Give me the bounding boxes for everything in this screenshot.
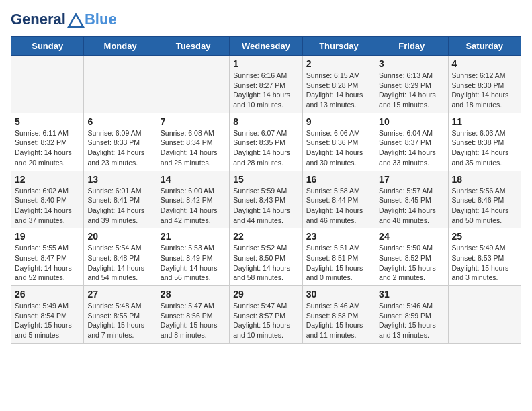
logo-text: General (11, 11, 86, 28)
calendar-cell: 19Sunrise: 5:55 AM Sunset: 8:47 PM Dayli… (11, 228, 84, 286)
day-number: 29 (233, 289, 298, 300)
weekday-tuesday: Tuesday (157, 37, 229, 56)
calendar-cell: 23Sunrise: 5:51 AM Sunset: 8:51 PM Dayli… (302, 228, 375, 286)
calendar-cell: 9Sunrise: 6:06 AM Sunset: 8:36 PM Daylig… (302, 113, 375, 171)
week-row-4: 19Sunrise: 5:55 AM Sunset: 8:47 PM Dayli… (11, 228, 521, 286)
day-info: Sunrise: 5:47 AM Sunset: 8:56 PM Dayligh… (161, 301, 226, 340)
week-row-2: 5Sunrise: 6:11 AM Sunset: 8:32 PM Daylig… (11, 113, 521, 171)
day-number: 2 (306, 58, 371, 69)
page-header: General Blue (11, 11, 521, 28)
day-number: 22 (233, 231, 298, 242)
day-info: Sunrise: 6:06 AM Sunset: 8:36 PM Dayligh… (306, 128, 371, 168)
calendar-cell: 25Sunrise: 5:49 AM Sunset: 8:53 PM Dayli… (448, 228, 521, 286)
calendar-cell: 30Sunrise: 5:46 AM Sunset: 8:58 PM Dayli… (302, 286, 375, 344)
calendar-cell: 7Sunrise: 6:08 AM Sunset: 8:34 PM Daylig… (157, 113, 229, 171)
day-info: Sunrise: 5:52 AM Sunset: 8:50 PM Dayligh… (233, 243, 298, 283)
day-number: 9 (306, 116, 371, 127)
calendar-cell: 1Sunrise: 6:16 AM Sunset: 8:27 PM Daylig… (230, 56, 302, 113)
calendar-cell: 8Sunrise: 6:07 AM Sunset: 8:35 PM Daylig… (230, 113, 302, 171)
day-info: Sunrise: 6:12 AM Sunset: 8:30 PM Dayligh… (452, 71, 517, 110)
day-info: Sunrise: 6:16 AM Sunset: 8:27 PM Dayligh… (233, 71, 298, 110)
day-info: Sunrise: 6:02 AM Sunset: 8:40 PM Dayligh… (15, 186, 80, 226)
calendar-cell: 24Sunrise: 5:50 AM Sunset: 8:52 PM Dayli… (375, 228, 448, 286)
calendar-cell: 16Sunrise: 5:58 AM Sunset: 8:44 PM Dayli… (302, 171, 375, 228)
day-number: 30 (306, 289, 371, 300)
calendar-cell: 20Sunrise: 5:54 AM Sunset: 8:48 PM Dayli… (84, 228, 157, 286)
calendar-table: SundayMondayTuesdayWednesdayThursdayFrid… (11, 36, 521, 344)
logo: General Blue (11, 11, 117, 28)
day-number: 24 (379, 231, 444, 242)
day-number: 19 (15, 231, 80, 242)
day-info: Sunrise: 6:08 AM Sunset: 8:34 PM Dayligh… (161, 128, 226, 168)
calendar-cell: 28Sunrise: 5:47 AM Sunset: 8:56 PM Dayli… (157, 286, 229, 344)
weekday-row: SundayMondayTuesdayWednesdayThursdayFrid… (11, 37, 521, 56)
calendar-cell: 26Sunrise: 5:49 AM Sunset: 8:54 PM Dayli… (11, 286, 84, 344)
day-number: 31 (379, 289, 444, 300)
day-number: 8 (233, 116, 298, 127)
day-number: 7 (161, 116, 226, 127)
day-number: 4 (452, 58, 517, 69)
calendar-header: SundayMondayTuesdayWednesdayThursdayFrid… (11, 37, 521, 56)
day-number: 21 (161, 231, 226, 242)
calendar-cell (157, 56, 229, 113)
calendar-cell: 22Sunrise: 5:52 AM Sunset: 8:50 PM Dayli… (230, 228, 302, 286)
day-info: Sunrise: 5:46 AM Sunset: 8:59 PM Dayligh… (379, 301, 444, 340)
day-number: 11 (452, 116, 517, 127)
calendar-cell: 6Sunrise: 6:09 AM Sunset: 8:33 PM Daylig… (84, 113, 157, 171)
calendar-cell: 13Sunrise: 6:01 AM Sunset: 8:41 PM Dayli… (84, 171, 157, 228)
week-row-1: 1Sunrise: 6:16 AM Sunset: 8:27 PM Daylig… (11, 56, 521, 113)
day-number: 27 (87, 289, 152, 300)
day-info: Sunrise: 5:47 AM Sunset: 8:57 PM Dayligh… (233, 301, 298, 340)
day-number: 5 (15, 116, 80, 127)
calendar-cell (11, 56, 84, 113)
weekday-saturday: Saturday (448, 37, 521, 56)
day-info: Sunrise: 5:57 AM Sunset: 8:45 PM Dayligh… (379, 186, 444, 226)
day-number: 10 (379, 116, 444, 127)
day-number: 28 (161, 289, 226, 300)
calendar-cell: 21Sunrise: 5:53 AM Sunset: 8:49 PM Dayli… (157, 228, 229, 286)
day-info: Sunrise: 6:09 AM Sunset: 8:33 PM Dayligh… (87, 128, 152, 168)
day-info: Sunrise: 5:53 AM Sunset: 8:49 PM Dayligh… (161, 243, 226, 283)
day-info: Sunrise: 5:59 AM Sunset: 8:43 PM Dayligh… (233, 186, 298, 226)
day-number: 23 (306, 231, 371, 242)
day-info: Sunrise: 5:54 AM Sunset: 8:48 PM Dayligh… (87, 243, 152, 283)
day-info: Sunrise: 5:48 AM Sunset: 8:55 PM Dayligh… (87, 301, 152, 340)
calendar-cell: 4Sunrise: 6:12 AM Sunset: 8:30 PM Daylig… (448, 56, 521, 113)
calendar-cell: 3Sunrise: 6:13 AM Sunset: 8:29 PM Daylig… (375, 56, 448, 113)
weekday-sunday: Sunday (11, 37, 84, 56)
day-info: Sunrise: 6:11 AM Sunset: 8:32 PM Dayligh… (15, 128, 80, 168)
day-info: Sunrise: 6:00 AM Sunset: 8:42 PM Dayligh… (161, 186, 226, 226)
day-info: Sunrise: 5:51 AM Sunset: 8:51 PM Dayligh… (306, 243, 371, 283)
day-info: Sunrise: 5:56 AM Sunset: 8:46 PM Dayligh… (452, 186, 517, 226)
day-info: Sunrise: 5:49 AM Sunset: 8:54 PM Dayligh… (15, 301, 80, 340)
day-info: Sunrise: 5:49 AM Sunset: 8:53 PM Dayligh… (452, 243, 517, 283)
day-number: 13 (87, 174, 152, 185)
day-number: 15 (233, 174, 298, 185)
day-number: 26 (15, 289, 80, 300)
day-number: 6 (87, 116, 152, 127)
day-number: 16 (306, 174, 371, 185)
weekday-thursday: Thursday (302, 37, 375, 56)
week-row-5: 26Sunrise: 5:49 AM Sunset: 8:54 PM Dayli… (11, 286, 521, 344)
day-number: 25 (452, 231, 517, 242)
day-info: Sunrise: 6:03 AM Sunset: 8:38 PM Dayligh… (452, 128, 517, 168)
day-number: 20 (87, 231, 152, 242)
day-number: 1 (233, 58, 298, 69)
day-info: Sunrise: 6:15 AM Sunset: 8:28 PM Dayligh… (306, 71, 371, 110)
day-number: 3 (379, 58, 444, 69)
calendar-cell: 15Sunrise: 5:59 AM Sunset: 8:43 PM Dayli… (230, 171, 302, 228)
calendar-cell (448, 286, 521, 344)
calendar-cell: 10Sunrise: 6:04 AM Sunset: 8:37 PM Dayli… (375, 113, 448, 171)
weekday-wednesday: Wednesday (230, 37, 302, 56)
day-number: 12 (15, 174, 80, 185)
day-info: Sunrise: 6:07 AM Sunset: 8:35 PM Dayligh… (233, 128, 298, 168)
calendar-cell: 12Sunrise: 6:02 AM Sunset: 8:40 PM Dayli… (11, 171, 84, 228)
calendar-cell: 11Sunrise: 6:03 AM Sunset: 8:38 PM Dayli… (448, 113, 521, 171)
calendar-cell: 31Sunrise: 5:46 AM Sunset: 8:59 PM Dayli… (375, 286, 448, 344)
day-info: Sunrise: 6:04 AM Sunset: 8:37 PM Dayligh… (379, 128, 444, 168)
calendar-cell: 17Sunrise: 5:57 AM Sunset: 8:45 PM Dayli… (375, 171, 448, 228)
day-info: Sunrise: 5:55 AM Sunset: 8:47 PM Dayligh… (15, 243, 80, 283)
day-info: Sunrise: 5:58 AM Sunset: 8:44 PM Dayligh… (306, 186, 371, 226)
weekday-monday: Monday (84, 37, 157, 56)
day-info: Sunrise: 5:50 AM Sunset: 8:52 PM Dayligh… (379, 243, 444, 283)
